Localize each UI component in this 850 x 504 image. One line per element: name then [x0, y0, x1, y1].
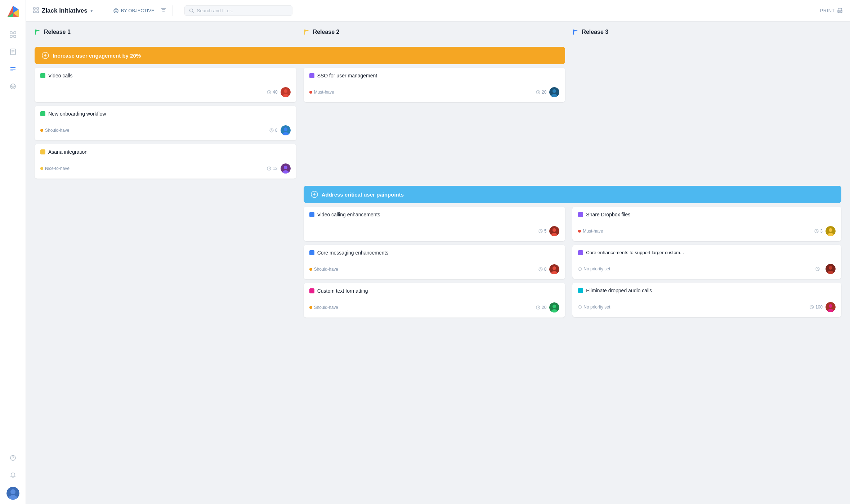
svg-line-46	[269, 92, 270, 93]
avatar	[549, 264, 559, 274]
objective-icon	[113, 8, 119, 14]
card-title-text: New onboarding workflow	[48, 111, 106, 117]
objective1-icon	[42, 52, 49, 59]
card-sso[interactable]: SSO for user management Must-have	[304, 68, 565, 102]
card-title-text: Asana integration	[48, 149, 88, 155]
card-video-calling[interactable]: Video calling enhancements	[304, 207, 565, 241]
card-footer: Should-have 8	[309, 264, 560, 274]
card-custom-text[interactable]: Custom text formatting Should-have	[304, 283, 565, 318]
svg-text:?: ?	[12, 456, 14, 460]
priority-dot	[40, 129, 43, 132]
svg-point-21	[10, 489, 15, 494]
sidebar-bell-icon[interactable]	[6, 468, 20, 482]
card-core-messaging[interactable]: Core messaging enhancements Should-have	[304, 245, 565, 279]
svg-line-82	[538, 307, 539, 308]
card-footer: Should-have 8	[40, 125, 291, 135]
print-button[interactable]: PRINT	[820, 8, 843, 14]
svg-point-60	[284, 166, 287, 169]
card-time: 20	[536, 90, 546, 95]
priority-label: Should-have	[45, 128, 69, 133]
search-bar[interactable]: Search and filter...	[184, 5, 292, 16]
card-time-value: 13	[273, 166, 277, 171]
objective2-banner[interactable]: Address critical user painpoints	[304, 186, 841, 203]
clock-icon	[815, 267, 820, 271]
card-meta: 20	[536, 87, 559, 97]
card-footer: 40	[40, 87, 291, 97]
objective1-banner[interactable]: Increase user engagement by 20%	[35, 47, 565, 64]
card-meta: 5	[538, 226, 560, 236]
svg-point-102	[829, 304, 832, 308]
clock-icon	[538, 229, 543, 233]
svg-point-78	[552, 266, 556, 270]
sidebar-target-icon[interactable]	[6, 79, 20, 94]
card-priority: Should-have	[40, 128, 69, 133]
card-priority: No priority set	[578, 305, 610, 310]
board-area: Release 1 Release 2 Release 3	[26, 22, 850, 504]
card-time: 20	[536, 305, 546, 310]
clock-icon	[536, 305, 540, 310]
card-onboarding[interactable]: New onboarding workflow Should-have	[35, 106, 296, 140]
sidebar-list-icon[interactable]	[6, 62, 20, 76]
release1-flag-icon	[35, 29, 41, 35]
no-priority-icon	[578, 305, 582, 309]
svg-rect-6	[10, 35, 12, 37]
user-avatar[interactable]	[6, 487, 19, 500]
card-video-calls[interactable]: Video calls	[35, 68, 296, 102]
print-label: PRINT	[820, 8, 835, 13]
svg-point-48	[284, 89, 287, 93]
svg-rect-26	[37, 11, 39, 13]
svg-point-84	[552, 305, 556, 308]
card-dot	[309, 250, 314, 255]
avatar	[826, 226, 836, 236]
card-title: Core messaging enhancements	[309, 250, 560, 256]
card-share-dropbox[interactable]: Share Dropbox files Must-have	[572, 207, 841, 241]
card-footer: 5	[309, 226, 560, 236]
view-selector[interactable]: BY OBJECTIVE	[113, 8, 155, 14]
card-priority: Should-have	[309, 267, 338, 272]
card-asana[interactable]: Asana integration Nice-to-have	[35, 144, 296, 179]
svg-rect-5	[14, 32, 16, 34]
filter-button[interactable]	[160, 6, 167, 15]
priority-dot	[40, 167, 43, 170]
avatar	[549, 302, 559, 312]
card-time-value: 8	[275, 128, 278, 133]
search-placeholder: Search and filter...	[197, 8, 235, 13]
card-footer: Must-have 3	[578, 226, 836, 236]
card-title-text: Eliminate dropped audio calls	[586, 288, 652, 293]
card-core-enhancements[interactable]: Core enhancements to support larger cust…	[572, 245, 841, 279]
card-title: Video calls	[40, 73, 291, 78]
release3-flag-icon	[572, 29, 579, 35]
sidebar-document-icon[interactable]	[6, 45, 20, 59]
card-audio-calls[interactable]: Eliminate dropped audio calls No priorit…	[572, 283, 841, 317]
clock-icon	[810, 305, 814, 309]
priority-label: Should-have	[314, 267, 338, 272]
svg-marker-41	[305, 30, 309, 32]
sidebar: ?	[0, 0, 26, 504]
sidebar-grid-icon[interactable]	[6, 27, 20, 42]
clock-icon	[536, 90, 540, 94]
topbar-title-area: Zlack initiatives ▾	[33, 7, 93, 14]
priority-dot	[309, 306, 312, 309]
sidebar-help-icon[interactable]: ?	[6, 451, 20, 465]
svg-point-17	[12, 86, 13, 87]
priority-label: No priority set	[583, 305, 610, 310]
column-header-release1: Release 1	[35, 29, 304, 35]
title-chevron-icon: ▾	[90, 8, 93, 13]
card-time: 100	[810, 305, 823, 310]
card-time-value: 20	[542, 305, 546, 310]
svg-point-54	[284, 127, 287, 131]
avatar	[281, 87, 291, 97]
card-title: New onboarding workflow	[40, 111, 291, 117]
avatar	[549, 87, 559, 97]
avatar	[826, 264, 836, 274]
card-footer: No priority set 100	[578, 302, 836, 312]
svg-point-29	[116, 10, 116, 11]
svg-line-34	[192, 12, 194, 13]
card-title: Eliminate dropped audio calls	[578, 288, 836, 293]
card-title-text: Video calling enhancements	[317, 212, 380, 217]
card-time: 40	[267, 90, 277, 95]
card-dot	[309, 212, 314, 217]
main-content: Zlack initiatives ▾ BY OBJECTIVE	[26, 0, 850, 504]
priority-dot	[578, 230, 581, 233]
release2-flag-icon	[304, 29, 310, 35]
